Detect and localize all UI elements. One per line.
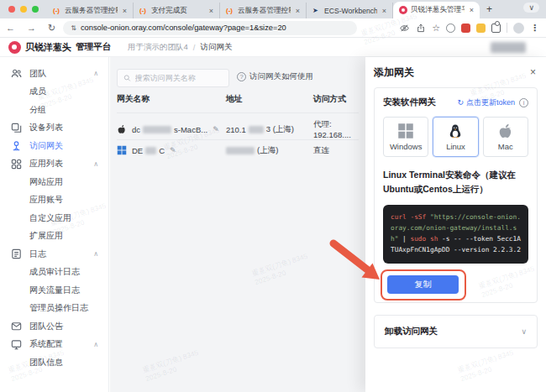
sidebar-item-custom-apps[interactable]: 自定义应用	[0, 209, 108, 227]
copy-button[interactable]: 复制	[387, 275, 459, 294]
sidebar-nav: 团队 ∧ 成员 分组 设备列表 访问网关 应用列表 ∧ 网站应用 应用账号 自定…	[0, 57, 109, 392]
tab-title: 云服务器管理控制台	[65, 6, 118, 16]
extension-password-icon[interactable]	[461, 24, 470, 33]
info-circle-icon[interactable]: i	[519, 98, 528, 107]
sidebar-item-extension-apps[interactable]: 扩展应用	[0, 227, 108, 246]
search-input[interactable]	[135, 74, 223, 82]
sidebar-item-label: 成员审计日志	[29, 266, 80, 278]
refresh-icon: ↻	[457, 98, 464, 107]
tab-ecs-workbench[interactable]: ➤ ECS-Workbench ×	[307, 3, 393, 18]
col-header-access: 访问方式	[313, 94, 365, 105]
close-icon[interactable]: ×	[207, 7, 215, 15]
close-window-button[interactable]	[8, 6, 15, 13]
brand-name: 贝锐洋葱头	[25, 41, 71, 54]
sidebar-item-app-accounts[interactable]: 应用账号	[0, 191, 108, 210]
forward-button[interactable]: →	[21, 23, 42, 33]
tab-search-chevron-icon[interactable]: ∨	[523, 3, 539, 13]
table-row[interactable]: dc s-MacB... ✎ 210.1 3 (上海) 代理: 192.168.…	[110, 119, 365, 139]
edit-pencil-icon[interactable]: ✎	[213, 125, 219, 133]
os-option-windows[interactable]: Windows	[383, 117, 428, 157]
browser-menu-icon[interactable]: ⋮	[530, 23, 539, 34]
breadcrumb-page[interactable]: 访问网关	[200, 42, 232, 53]
extensions-puzzle-icon[interactable]	[491, 24, 501, 33]
sidebar-item-admin-operation-logs[interactable]: 管理员操作日志	[0, 300, 108, 318]
tab-cloud-console-1[interactable]: (-) 云服务器管理控制台 ×	[47, 3, 134, 18]
new-tab-button[interactable]: +	[480, 3, 499, 18]
refresh-token-link[interactable]: ↻ 点击更新token	[457, 97, 515, 108]
redacted-name	[145, 147, 156, 154]
sidebar-item-label: 团队公告	[29, 321, 63, 332]
close-icon[interactable]: ×	[294, 7, 302, 15]
tab-onion-console-active[interactable]: 贝锐洋葱头管理平台 ×	[393, 2, 480, 18]
onion-icon	[399, 6, 407, 14]
sidebar-item-website-apps[interactable]: 网站应用	[0, 173, 108, 191]
add-gateway-drawer: 添加网关 × 安装软件网关 ↻ 点击更新token i Windows Linu	[365, 57, 546, 392]
os-option-label: Linux	[446, 142, 465, 151]
sidebar-item-access-gateway[interactable]: 访问网关	[0, 137, 108, 155]
sidebar-item-groups[interactable]: 分组	[0, 101, 108, 119]
devices-icon	[10, 122, 23, 134]
uninstall-section-title: 卸载访问网关	[385, 326, 438, 337]
gateway-address-cell: (上海)	[226, 145, 313, 156]
extension-globe-icon[interactable]	[446, 24, 455, 33]
share-icon[interactable]	[416, 23, 426, 34]
chevron-down-icon: ∨	[521, 327, 527, 336]
sidebar-item-label: 分组	[29, 104, 46, 116]
os-selector: Windows Linux Mac	[383, 117, 528, 157]
sidebar-item-members[interactable]: 成员	[0, 83, 108, 102]
sidebar-item-device-list[interactable]: 设备列表	[0, 119, 108, 138]
eye-off-icon[interactable]	[399, 23, 410, 34]
help-link-label: 访问网关如何使用	[249, 71, 313, 82]
sidebar-item-label: 日志	[29, 248, 46, 260]
tab-title: 贝锐洋葱头管理平台	[411, 5, 465, 15]
site-settings-icon[interactable]: ⇅	[71, 24, 76, 32]
tab-payment-done[interactable]: (-) 支付完成页 ×	[134, 3, 220, 18]
url-text[interactable]: console-onion.oray.com/console/gateway?p…	[81, 24, 286, 32]
sidebar-item-member-audit-logs[interactable]: 成员审计日志	[0, 264, 108, 282]
table-header: 网关名称 地址 访问方式	[110, 94, 365, 105]
back-button[interactable]: ←	[0, 23, 21, 33]
close-icon[interactable]: ×	[528, 66, 538, 78]
sidebar-item-gateway-traffic-logs[interactable]: 网关流量日志	[0, 281, 108, 300]
minimize-window-button[interactable]	[20, 6, 27, 13]
team-icon	[10, 67, 23, 80]
address-bar[interactable]: ⇅ console-onion.oray.com/console/gateway…	[63, 21, 357, 35]
os-option-mac[interactable]: Mac	[483, 117, 528, 157]
sidebar-item-team[interactable]: 团队 ∧	[0, 65, 108, 83]
gateway-help-link[interactable]: ? 访问网关如何使用	[237, 71, 313, 82]
bookmark-star-icon[interactable]: ☆	[432, 23, 440, 34]
sidebar-item-team-announcement[interactable]: 团队公告	[0, 317, 108, 336]
zoom-window-button[interactable]	[32, 6, 39, 13]
search-box[interactable]	[117, 69, 229, 87]
breadcrumb-separator: /	[193, 43, 196, 52]
uninstall-gateway-section[interactable]: 卸载访问网关 ∨	[374, 315, 538, 348]
breadcrumb-team[interactable]: 用于演示的团队4	[128, 42, 188, 53]
reload-button[interactable]: ↻	[42, 23, 61, 34]
sidebar-item-logs[interactable]: 日志 ∧	[0, 245, 108, 264]
table-divider	[117, 112, 359, 113]
apps-icon	[10, 158, 23, 170]
install-gateway-card: 安装软件网关 ↻ 点击更新token i Windows Linux	[374, 87, 538, 303]
browser-profile-avatar[interactable]	[513, 23, 524, 34]
gateway-name-fragment: C	[159, 146, 165, 155]
sidebar-item-system-config[interactable]: 系统配置 ∧	[0, 336, 108, 354]
sidebar-item-label: 成员	[29, 86, 46, 97]
refresh-token-label: 点击更新token	[466, 97, 515, 108]
close-icon[interactable]: ×	[468, 6, 475, 14]
sidebar-item-team-info[interactable]: 团队信息	[0, 353, 108, 372]
extension-mail-icon[interactable]	[476, 24, 486, 33]
table-row[interactable]: DE C ✎ (上海) 直连	[110, 140, 365, 160]
chevron-up-icon: ∧	[93, 250, 98, 258]
edit-pencil-icon[interactable]: ✎	[170, 146, 176, 154]
gateway-address-cell: 210.1 3 (上海)	[226, 124, 313, 135]
sidebar-item-app-list[interactable]: 应用列表 ∧	[0, 155, 108, 174]
ecs-icon: ➤	[312, 7, 321, 15]
close-icon[interactable]: ×	[121, 7, 129, 15]
onion-logo-icon	[8, 41, 21, 54]
os-option-linux[interactable]: Linux	[433, 117, 478, 157]
windows-icon	[117, 145, 127, 155]
tab-cloud-console-2[interactable]: (-) 云服务器管理控制台 ×	[220, 3, 307, 18]
col-header-address: 地址	[226, 94, 313, 105]
address-fragment: 210.1	[226, 125, 246, 134]
close-icon[interactable]: ×	[381, 7, 388, 15]
